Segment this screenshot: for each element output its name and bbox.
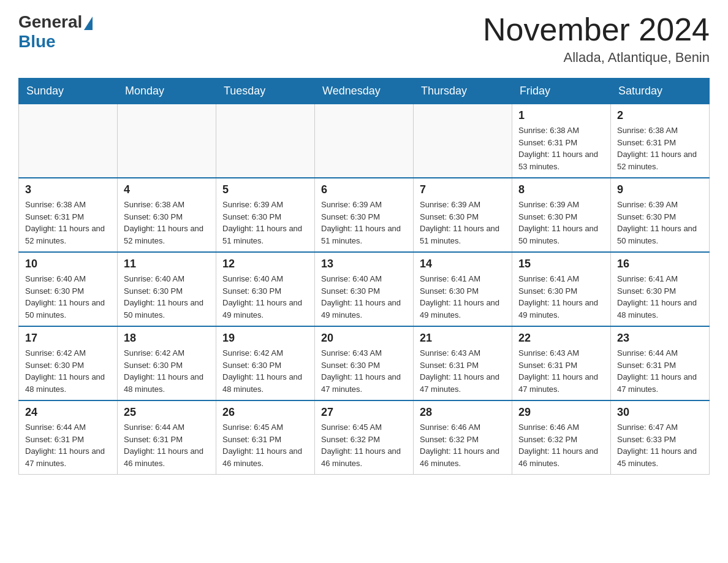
calendar-week-row: 24Sunrise: 6:44 AM Sunset: 6:31 PM Dayli… — [19, 400, 710, 475]
calendar-cell: 3Sunrise: 6:38 AM Sunset: 6:31 PM Daylig… — [19, 178, 118, 252]
day-number: 2 — [617, 109, 703, 122]
logo-blue-text: Blue — [18, 32, 56, 52]
day-info: Sunrise: 6:44 AM Sunset: 6:31 PM Dayligh… — [617, 347, 703, 395]
calendar-cell — [216, 104, 315, 178]
calendar-title: November 2024 — [483, 12, 710, 47]
calendar-week-row: 17Sunrise: 6:42 AM Sunset: 6:30 PM Dayli… — [19, 326, 710, 400]
calendar-week-row: 10Sunrise: 6:40 AM Sunset: 6:30 PM Dayli… — [19, 252, 710, 326]
calendar-cell: 6Sunrise: 6:39 AM Sunset: 6:30 PM Daylig… — [315, 178, 414, 252]
calendar-cell: 7Sunrise: 6:39 AM Sunset: 6:30 PM Daylig… — [414, 178, 512, 252]
day-info: Sunrise: 6:42 AM Sunset: 6:30 PM Dayligh… — [25, 347, 111, 395]
calendar-cell: 29Sunrise: 6:46 AM Sunset: 6:32 PM Dayli… — [512, 400, 611, 475]
calendar-cell: 12Sunrise: 6:40 AM Sunset: 6:30 PM Dayli… — [216, 252, 315, 326]
day-number: 1 — [518, 109, 604, 122]
calendar-cell: 28Sunrise: 6:46 AM Sunset: 6:32 PM Dayli… — [414, 400, 512, 475]
day-info: Sunrise: 6:39 AM Sunset: 6:30 PM Dayligh… — [222, 199, 308, 247]
day-number: 18 — [124, 332, 210, 345]
day-number: 29 — [518, 406, 604, 419]
day-number: 28 — [420, 406, 506, 419]
calendar-cell: 23Sunrise: 6:44 AM Sunset: 6:31 PM Dayli… — [611, 326, 710, 400]
day-number: 12 — [222, 258, 308, 270]
day-info: Sunrise: 6:40 AM Sunset: 6:30 PM Dayligh… — [222, 273, 308, 321]
day-number: 5 — [222, 183, 308, 196]
day-info: Sunrise: 6:46 AM Sunset: 6:32 PM Dayligh… — [518, 421, 604, 469]
day-number: 26 — [222, 406, 308, 419]
logo-general: General — [18, 12, 93, 32]
day-info: Sunrise: 6:42 AM Sunset: 6:30 PM Dayligh… — [124, 347, 210, 395]
calendar-cell: 17Sunrise: 6:42 AM Sunset: 6:30 PM Dayli… — [19, 326, 118, 400]
calendar-cell: 19Sunrise: 6:42 AM Sunset: 6:30 PM Dayli… — [216, 326, 315, 400]
day-info: Sunrise: 6:38 AM Sunset: 6:31 PM Dayligh… — [518, 124, 604, 172]
day-number: 8 — [518, 183, 604, 196]
day-number: 19 — [222, 332, 308, 345]
day-header-tuesday: Tuesday — [216, 79, 315, 104]
day-info: Sunrise: 6:43 AM Sunset: 6:30 PM Dayligh… — [321, 347, 407, 395]
day-number: 23 — [617, 332, 703, 345]
day-number: 6 — [321, 183, 407, 196]
day-info: Sunrise: 6:39 AM Sunset: 6:30 PM Dayligh… — [420, 199, 506, 247]
day-number: 10 — [25, 258, 111, 270]
calendar-cell: 15Sunrise: 6:41 AM Sunset: 6:30 PM Dayli… — [512, 252, 611, 326]
calendar-subtitle: Allada, Atlantique, Benin — [483, 50, 710, 66]
day-info: Sunrise: 6:45 AM Sunset: 6:31 PM Dayligh… — [222, 421, 308, 469]
day-info: Sunrise: 6:44 AM Sunset: 6:31 PM Dayligh… — [124, 421, 210, 469]
calendar-cell: 5Sunrise: 6:39 AM Sunset: 6:30 PM Daylig… — [216, 178, 315, 252]
day-info: Sunrise: 6:41 AM Sunset: 6:30 PM Dayligh… — [420, 273, 506, 321]
calendar-cell: 20Sunrise: 6:43 AM Sunset: 6:30 PM Dayli… — [315, 326, 414, 400]
calendar-cell: 16Sunrise: 6:41 AM Sunset: 6:30 PM Dayli… — [611, 252, 710, 326]
calendar-cell: 13Sunrise: 6:40 AM Sunset: 6:30 PM Dayli… — [315, 252, 414, 326]
day-number: 21 — [420, 332, 506, 345]
calendar-cell: 8Sunrise: 6:39 AM Sunset: 6:30 PM Daylig… — [512, 178, 611, 252]
calendar-cell: 18Sunrise: 6:42 AM Sunset: 6:30 PM Dayli… — [118, 326, 216, 400]
day-info: Sunrise: 6:39 AM Sunset: 6:30 PM Dayligh… — [518, 199, 604, 247]
day-info: Sunrise: 6:40 AM Sunset: 6:30 PM Dayligh… — [321, 273, 407, 321]
day-header-saturday: Saturday — [611, 79, 710, 104]
calendar-cell: 10Sunrise: 6:40 AM Sunset: 6:30 PM Dayli… — [19, 252, 118, 326]
calendar-cell: 2Sunrise: 6:38 AM Sunset: 6:31 PM Daylig… — [611, 104, 710, 178]
calendar-cell: 30Sunrise: 6:47 AM Sunset: 6:33 PM Dayli… — [611, 400, 710, 475]
day-info: Sunrise: 6:44 AM Sunset: 6:31 PM Dayligh… — [25, 421, 111, 469]
calendar-cell: 25Sunrise: 6:44 AM Sunset: 6:31 PM Dayli… — [118, 400, 216, 475]
day-number: 14 — [420, 258, 506, 270]
calendar-cell: 4Sunrise: 6:38 AM Sunset: 6:30 PM Daylig… — [118, 178, 216, 252]
logo: General Blue — [18, 12, 93, 52]
day-info: Sunrise: 6:43 AM Sunset: 6:31 PM Dayligh… — [420, 347, 506, 395]
day-number: 9 — [617, 183, 703, 196]
logo-general-text: General — [18, 12, 82, 32]
day-header-sunday: Sunday — [19, 79, 118, 104]
day-info: Sunrise: 6:41 AM Sunset: 6:30 PM Dayligh… — [518, 273, 604, 321]
day-number: 15 — [518, 258, 604, 270]
day-info: Sunrise: 6:39 AM Sunset: 6:30 PM Dayligh… — [321, 199, 407, 247]
day-number: 30 — [617, 406, 703, 419]
calendar-week-row: 1Sunrise: 6:38 AM Sunset: 6:31 PM Daylig… — [19, 104, 710, 178]
day-info: Sunrise: 6:40 AM Sunset: 6:30 PM Dayligh… — [25, 273, 111, 321]
calendar-cell — [118, 104, 216, 178]
calendar-cell: 14Sunrise: 6:41 AM Sunset: 6:30 PM Dayli… — [414, 252, 512, 326]
day-info: Sunrise: 6:38 AM Sunset: 6:31 PM Dayligh… — [25, 199, 111, 247]
day-info: Sunrise: 6:38 AM Sunset: 6:31 PM Dayligh… — [617, 124, 703, 172]
calendar-cell: 1Sunrise: 6:38 AM Sunset: 6:31 PM Daylig… — [512, 104, 611, 178]
calendar-cell: 27Sunrise: 6:45 AM Sunset: 6:32 PM Dayli… — [315, 400, 414, 475]
logo-triangle-icon — [84, 17, 93, 30]
day-header-thursday: Thursday — [414, 79, 512, 104]
calendar-table: SundayMondayTuesdayWednesdayThursdayFrid… — [18, 78, 710, 475]
calendar-header-row: SundayMondayTuesdayWednesdayThursdayFrid… — [19, 79, 710, 104]
day-info: Sunrise: 6:46 AM Sunset: 6:32 PM Dayligh… — [420, 421, 506, 469]
day-header-wednesday: Wednesday — [315, 79, 414, 104]
day-info: Sunrise: 6:40 AM Sunset: 6:30 PM Dayligh… — [124, 273, 210, 321]
page-header: General Blue November 2024 Allada, Atlan… — [18, 12, 710, 66]
calendar-cell: 22Sunrise: 6:43 AM Sunset: 6:31 PM Dayli… — [512, 326, 611, 400]
calendar-cell: 9Sunrise: 6:39 AM Sunset: 6:30 PM Daylig… — [611, 178, 710, 252]
calendar-cell — [315, 104, 414, 178]
day-number: 25 — [124, 406, 210, 419]
calendar-week-row: 3Sunrise: 6:38 AM Sunset: 6:31 PM Daylig… — [19, 178, 710, 252]
day-header-friday: Friday — [512, 79, 611, 104]
calendar-cell: 21Sunrise: 6:43 AM Sunset: 6:31 PM Dayli… — [414, 326, 512, 400]
day-number: 24 — [25, 406, 111, 419]
day-number: 11 — [124, 258, 210, 270]
title-section: November 2024 Allada, Atlantique, Benin — [483, 12, 710, 66]
day-number: 22 — [518, 332, 604, 345]
calendar-cell: 11Sunrise: 6:40 AM Sunset: 6:30 PM Dayli… — [118, 252, 216, 326]
calendar-cell: 26Sunrise: 6:45 AM Sunset: 6:31 PM Dayli… — [216, 400, 315, 475]
calendar-cell — [19, 104, 118, 178]
